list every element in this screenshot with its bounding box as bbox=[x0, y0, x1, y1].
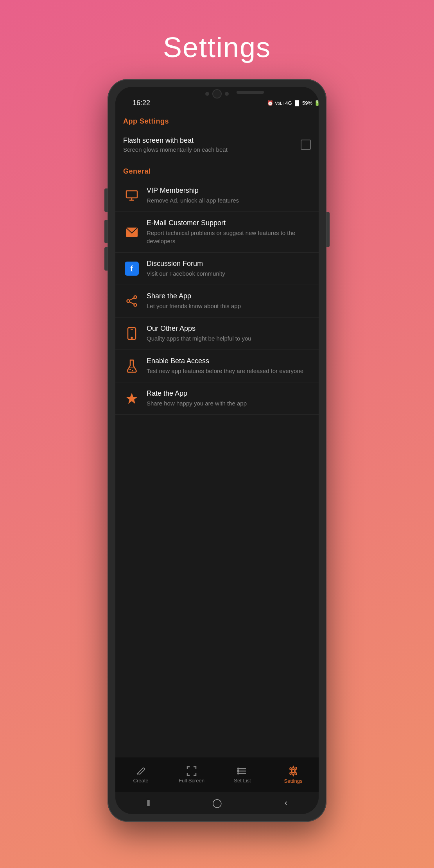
phone-screen: 16:22 ⏰ VoLI 4G ▐▌ 59% 🔋 App Settings Fl… bbox=[115, 87, 319, 814]
vip-membership-item[interactable]: VIP Membership Remove Ad, unlock all app… bbox=[115, 179, 319, 212]
rate-app-title: Rate the App bbox=[147, 389, 311, 398]
flash-screen-checkbox[interactable] bbox=[301, 140, 311, 150]
vip-membership-title: VIP Membership bbox=[147, 187, 311, 195]
nav-fullscreen-label: Full Screen bbox=[179, 778, 204, 784]
rate-app-text: Rate the App Share how happy you are wit… bbox=[147, 389, 311, 407]
svg-point-20 bbox=[238, 768, 239, 769]
share-app-title: Share the App bbox=[147, 292, 311, 300]
android-back-btn[interactable]: ‹ bbox=[285, 798, 287, 808]
svg-point-22 bbox=[238, 773, 239, 774]
time-display: 16:22 bbox=[133, 99, 150, 107]
flash-screen-text: Flash screen with beat Screen glows mome… bbox=[123, 136, 301, 153]
android-home-btn[interactable]: ◯ bbox=[212, 798, 222, 808]
star-icon bbox=[123, 390, 140, 407]
svg-point-5 bbox=[127, 300, 130, 303]
gear-icon bbox=[288, 766, 299, 777]
svg-line-7 bbox=[129, 298, 134, 300]
general-header: General bbox=[115, 160, 319, 179]
discussion-forum-title: Discussion Forum bbox=[147, 260, 311, 268]
share-app-text: Share the App Let your friends know abou… bbox=[147, 292, 311, 310]
page-title: Settings bbox=[163, 31, 271, 63]
nav-create[interactable]: Create bbox=[115, 766, 166, 784]
status-icons: ⏰ VoLI 4G ▐▌ 59% 🔋 bbox=[267, 100, 319, 106]
android-nav-bar: ⦀ ◯ ‹ bbox=[115, 792, 319, 814]
other-apps-item[interactable]: Our Other Apps Quality apps that might b… bbox=[115, 317, 319, 350]
discussion-forum-item[interactable]: f Discussion Forum Visit our Facebook co… bbox=[115, 253, 319, 285]
nav-fullscreen[interactable]: Full Screen bbox=[166, 766, 217, 784]
camera-dot-right bbox=[225, 92, 229, 96]
phone-shell: 16:22 ⏰ VoLI 4G ▐▌ 59% 🔋 App Settings Fl… bbox=[108, 79, 326, 822]
rate-app-subtitle: Share how happy you are with the app bbox=[147, 399, 311, 407]
status-bar: 16:22 ⏰ VoLI 4G ▐▌ 59% 🔋 bbox=[115, 87, 319, 110]
svg-line-8 bbox=[129, 302, 134, 304]
svg-point-11 bbox=[131, 337, 133, 339]
email-icon bbox=[123, 224, 140, 241]
monitor-icon bbox=[123, 187, 140, 204]
vip-membership-subtitle: Remove Ad, unlock all app features bbox=[147, 196, 311, 204]
signal-icon: ▐▌ bbox=[294, 100, 301, 106]
pencil-icon bbox=[136, 766, 146, 776]
svg-rect-0 bbox=[126, 191, 137, 198]
flask-icon bbox=[123, 357, 140, 375]
settings-content[interactable]: App Settings Flash screen with beat Scre… bbox=[115, 110, 319, 757]
speaker-bar bbox=[237, 91, 264, 94]
camera-dot-left bbox=[205, 92, 209, 96]
voip-icon: VoLI bbox=[275, 101, 283, 106]
alarm-icon: ⏰ bbox=[267, 100, 273, 106]
email-support-item[interactable]: E-Mail Customer Support Report technical… bbox=[115, 212, 319, 253]
beta-access-title: Enable Beta Access bbox=[147, 357, 311, 365]
share-app-item[interactable]: Share the App Let your friends know abou… bbox=[115, 285, 319, 317]
nav-settings[interactable]: Settings bbox=[268, 766, 319, 784]
share-app-subtitle: Let your friends know about this app bbox=[147, 302, 311, 310]
facebook-icon: f bbox=[123, 260, 140, 277]
flash-screen-title: Flash screen with beat bbox=[123, 136, 301, 145]
vip-membership-text: VIP Membership Remove Ad, unlock all app… bbox=[147, 187, 311, 204]
android-recent-btn[interactable]: ⦀ bbox=[147, 798, 150, 808]
discussion-forum-text: Discussion Forum Visit our Facebook comm… bbox=[147, 260, 311, 278]
battery-text: 59% bbox=[302, 100, 312, 106]
svg-point-6 bbox=[134, 304, 137, 307]
svg-point-21 bbox=[238, 771, 239, 772]
fullscreen-icon bbox=[187, 766, 197, 776]
other-apps-subtitle: Quality apps that might be helpful to yo… bbox=[147, 334, 311, 343]
email-support-subtitle: Report technical problems or suggest new… bbox=[147, 229, 311, 245]
svg-marker-15 bbox=[126, 393, 138, 404]
status-bar-inner: 16:22 ⏰ VoLI 4G ▐▌ 59% 🔋 bbox=[125, 99, 319, 107]
beta-access-text: Enable Beta Access Test new app features… bbox=[147, 357, 311, 375]
svg-point-14 bbox=[132, 370, 133, 371]
discussion-forum-subtitle: Visit our Facebook community bbox=[147, 269, 311, 278]
flash-screen-subtitle: Screen glows momentarily on each beat bbox=[123, 146, 301, 153]
list-icon bbox=[237, 766, 247, 776]
svg-point-23 bbox=[292, 769, 295, 773]
other-apps-text: Our Other Apps Quality apps that might b… bbox=[147, 325, 311, 343]
nav-settings-label: Settings bbox=[284, 778, 303, 784]
svg-point-4 bbox=[134, 296, 137, 299]
flash-screen-item[interactable]: Flash screen with beat Screen glows mome… bbox=[115, 129, 319, 160]
fb-logo: f bbox=[125, 262, 139, 276]
svg-point-13 bbox=[129, 369, 131, 370]
camera-lens bbox=[212, 89, 222, 99]
nav-create-label: Create bbox=[133, 778, 148, 784]
battery-icon: 🔋 bbox=[314, 100, 319, 106]
email-support-text: E-Mail Customer Support Report technical… bbox=[147, 219, 311, 245]
other-apps-title: Our Other Apps bbox=[147, 325, 311, 333]
share-icon bbox=[123, 292, 140, 310]
email-support-title: E-Mail Customer Support bbox=[147, 219, 311, 227]
beta-access-item[interactable]: Enable Beta Access Test new app features… bbox=[115, 350, 319, 382]
nav-setlist[interactable]: Set List bbox=[217, 766, 268, 784]
beta-access-subtitle: Test new app features before they are re… bbox=[147, 367, 311, 375]
rate-app-item[interactable]: Rate the App Share how happy you are wit… bbox=[115, 382, 319, 415]
app-settings-header: App Settings bbox=[115, 110, 319, 129]
nav-setlist-label: Set List bbox=[234, 778, 251, 784]
network-icon: 4G bbox=[285, 100, 292, 106]
phone-icon bbox=[123, 325, 140, 342]
bottom-navigation: Create Full Screen bbox=[115, 757, 319, 792]
camera-area bbox=[205, 87, 229, 99]
